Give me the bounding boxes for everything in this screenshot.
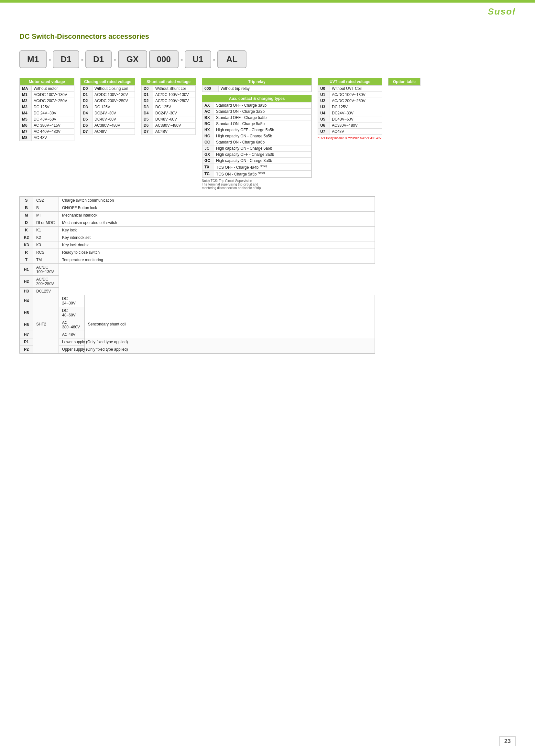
aux-row: AXStandard OFF - Charge 3a3b [203,102,312,109]
uvt-section-wrap: UVT coil rated voltage U0Without UVT Coi… [318,78,382,140]
closing-row: D6AC380V~480V [81,122,135,129]
shunt-code: D0 [142,86,153,92]
aux-contact-table: Aux. contact & charging types AXStandard… [202,95,312,178]
closing-coil-table: Closing coil rated voltage D0Without clo… [80,78,135,135]
closing-desc: DC24V~30V [93,110,135,116]
motor-desc: DC 48V~60V [32,116,74,122]
bottom-col2: TM [33,256,59,264]
dash-1: - [48,55,51,64]
closing-row: D7AC48V [81,129,135,135]
aux-desc: High capacity ON - Charge 6a6b [214,146,312,151]
uvt-note: * UVT Delay module is available over AC/… [318,136,382,140]
aux-code: TC [203,171,214,177]
bottom-col2: DI or MOC [33,219,59,227]
aux-row: GXHigh capacity OFF - Charge 3a3b [203,151,312,158]
aux-code: GX [203,151,214,158]
bottom-col1: H7 [20,331,33,338]
bottom-col3: Ready to close switch [59,249,375,256]
uvt-code: U6 [318,122,330,129]
code-box-al: AL [217,50,246,68]
shunt-coil-header: Shunt coil rated voltage [141,78,196,85]
bottom-col3: Mechanism operated cell switch [59,219,375,227]
motor-desc: DC 24V~30V [32,110,74,116]
motor-desc: AC/DC 100V~130V [32,92,74,98]
top-bar [0,0,535,3]
bottom-col1: H1 [20,264,33,276]
code-box-d1-2: D1 [85,50,112,68]
shunt-row: D4DC24V~30V [142,110,196,116]
bottom-col1: K [20,227,33,234]
closing-desc: Without closing coil [93,86,135,92]
bottom-col2: MI [33,212,59,219]
uvt-code: U7 [318,129,330,135]
shunt-row: D5DC48V~60V [142,116,196,122]
bottom-col1: K3 [20,241,33,249]
closing-row: D2AC/DC 200V~250V [81,98,135,104]
aux-code: BX [203,115,214,121]
shunt-code: D4 [142,110,153,116]
motor-row: M4DC 24V~30V [20,110,74,116]
bottom-col3: AC/DC 100~130V [33,264,59,276]
shunt-coil-table: Shunt coil rated voltage D0Without Shunt… [141,78,196,135]
shunt-desc: DC48V~60V [153,116,196,122]
closing-desc: AC380V~480V [93,122,135,129]
bottom-row: K2 K2 Key interlock set [20,234,375,241]
bottom-col2: Lower supply (Only fixed type applied) [59,338,375,346]
bottom-col3: DC125V [33,288,59,295]
trip-desc: Without trip relay [219,86,312,92]
aux-desc: TCS OFF - Charge 4a4b Note) [214,164,312,171]
bottom-col2: K2 [33,234,59,241]
uvt-row: U3DC 125V [318,104,382,110]
bottom-row: S CS2 Charge switch communication [20,197,375,204]
aux-code: BC [203,121,214,127]
shunt-code: D7 [142,129,153,135]
bottom-col1: D [20,219,33,227]
shunt-code: D5 [142,116,153,122]
bottom-col2: RCS [33,249,59,256]
dash-5: - [213,55,215,64]
bottom-col3: Temperature monitoring [59,256,375,264]
aux-code: GC [203,158,214,164]
closing-row: D0Without closing coil [81,86,135,92]
aux-code: CC [203,139,214,146]
motor-code: M6 [20,122,32,129]
bottom-col1: K2 [20,234,33,241]
bottom-col2: B [33,204,59,212]
bottom-row: T TM Temperature monitoring [20,256,375,264]
motor-table-header: Motor rated voltage [20,78,74,85]
bottom-col3: Mechanical interlock [59,212,375,219]
bottom-col3: DC 24~30V [59,295,85,307]
uvt-row: U5DC48V~60V [318,116,382,122]
trip-relay-header: Trip relay [202,78,312,85]
dash-3: - [114,55,116,64]
shunt-code: D6 [142,122,153,129]
main-title: DC Switch-Disconnectors accessories [19,32,516,41]
shunt-row: D6AC380V~480V [142,122,196,129]
closing-row: D1AC/DC 100V~130V [81,92,135,98]
page-number: 23 [499,736,516,746]
motor-code: M3 [20,104,32,110]
aux-code: HX [203,127,214,133]
shunt-row: D7AC48V [142,129,196,135]
closing-row: D5DC48V~60V [81,116,135,122]
bottom-row: K3 K3 Key lock double [20,241,375,249]
aux-code: AC [203,109,214,115]
bottom-col1: B [20,204,33,212]
aux-row: JCHigh capacity ON - Charge 6a6b [203,146,312,151]
aux-desc: Standard OFF - Charge 3a3b [214,102,312,109]
bottom-col1: H2 [20,276,33,288]
closing-desc: DC48V~60V [93,116,135,122]
motor-code: M1 [20,92,32,98]
aux-row: BXStandard OFF - Charge 5a5b [203,115,312,121]
bottom-table: S CS2 Charge switch communicationB B ON/… [19,196,375,354]
tables-section: Motor rated voltage MAWithout motorM1AC/… [19,78,516,190]
code-box-gx: GX [118,50,147,68]
aux-desc: Standard ON - Charge 6a6b [214,139,312,146]
trip-relay-table: Trip relay 000Without trip relay [202,78,312,92]
aux-desc: Standard ON - Charge 5a5b [214,121,312,127]
uvt-code: U5 [318,116,330,122]
bottom-col1: H5 [20,307,33,319]
aux-desc: High capacity ON - Charge 3a3b [214,158,312,164]
aux-row: HXHigh capacity OFF - Charge 5a5b [203,127,312,133]
logo: Susol [488,7,516,17]
